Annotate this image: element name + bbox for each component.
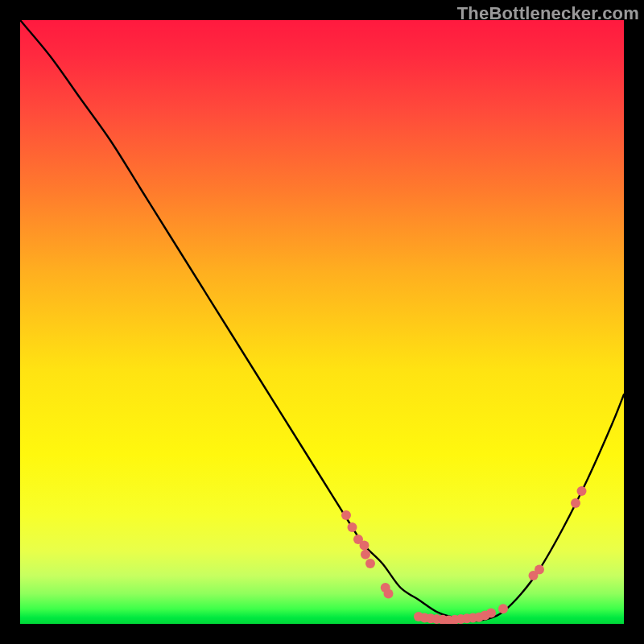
attribution-watermark: TheBottlenecker.com: [457, 3, 639, 24]
plot-area: [20, 20, 624, 624]
chart-container: TheBottlenecker.com: [0, 0, 644, 644]
